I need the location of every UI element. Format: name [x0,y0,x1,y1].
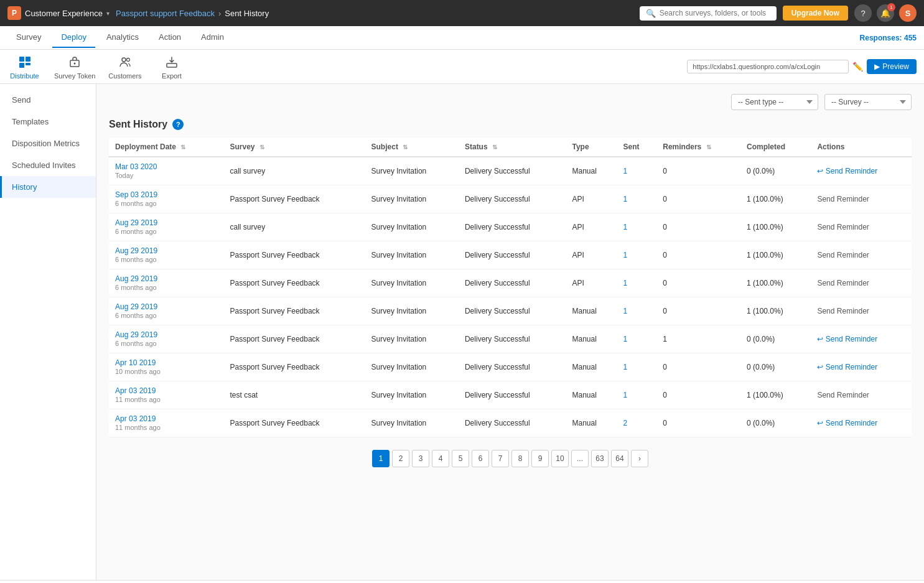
filters-row: -- Sent type -- Manual API -- Survey -- [109,94,912,110]
date-link-2[interactable]: Aug 29 2019 [115,218,218,227]
send-reminder-button-6[interactable]: ↩ Send Reminder [817,335,877,343]
cell-sent-5: 1 [617,297,657,325]
sidebar-item-history[interactable]: History [0,176,96,198]
date-link-0[interactable]: Mar 03 2020 [115,162,218,171]
cell-reminders-9: 0 [656,409,740,437]
page-btn-10[interactable]: 10 [551,450,569,467]
table-row: Sep 03 2019 6 months ago Passport Survey… [109,185,912,213]
cell-date-3: Aug 29 2019 6 months ago [109,241,224,269]
cell-completed-4: 1 (100.0%) [740,269,811,297]
page-btn-...[interactable]: ... [571,450,589,467]
cell-status-3: Delivery Successful [459,241,566,269]
sidebar-item-disposition-metrics[interactable]: Disposition Metrics [0,133,96,154]
brand-chevron-icon: ▾ [106,10,110,17]
search-input[interactable] [660,9,770,17]
brand-logo-area[interactable]: P Customer Experience ▾ [7,6,110,20]
cell-type-1: API [566,185,617,213]
subnav-row: Distribute Survey Token Customers [0,50,924,84]
date-link-5[interactable]: Aug 29 2019 [115,302,218,311]
send-reminder-button-0[interactable]: ↩ Send Reminder [817,167,877,175]
tab-survey[interactable]: Survey [7,27,50,48]
cell-completed-3: 1 (100.0%) [740,241,811,269]
cell-survey-4: Passport Survey Feedback [224,269,365,297]
footer: Choose your research sample in THREE eas… [0,580,924,583]
page-btn-4[interactable]: 4 [432,450,449,467]
date-link-7[interactable]: Apr 10 2019 [115,358,218,367]
tab-deploy[interactable]: Deploy [52,27,95,48]
cell-type-6: Manual [566,325,617,353]
cell-status-4: Delivery Successful [459,269,566,297]
sidebar-item-templates[interactable]: Templates [0,111,96,133]
date-link-1[interactable]: Sep 03 2019 [115,190,218,199]
tab-admin[interactable]: Admin [192,27,233,48]
cell-type-7: Manual [566,353,617,381]
cell-subject-5: Survey Invitation [365,297,459,325]
page-btn-6[interactable]: 6 [472,450,489,467]
url-input[interactable] [687,60,849,73]
col-subject[interactable]: Subject ⇅ [365,138,459,157]
date-ago-7: 10 months ago [115,368,161,375]
svg-point-6 [122,58,126,62]
sent-history-table: Deployment Date ⇅ Survey ⇅ Subject ⇅ Sta… [109,138,912,437]
upgrade-button[interactable]: Upgrade Now [783,6,848,21]
date-link-3[interactable]: Aug 29 2019 [115,246,218,255]
cell-survey-5: Passport Survey Feedback [224,297,365,325]
help-button[interactable]: ? [854,4,872,22]
subnav-survey-token[interactable]: Survey Token [54,54,95,80]
cell-completed-0: 0 (0.0%) [740,157,811,185]
cell-actions-3: Send Reminder [811,241,912,269]
notifications-button[interactable]: 🔔 1 [877,4,894,22]
sidebar-item-send[interactable]: Send [0,89,96,111]
brand-label: Customer Experience [25,9,103,18]
subnav-export[interactable]: Export [154,54,189,80]
tab-analytics[interactable]: Analytics [98,27,147,48]
page-btn-1[interactable]: 1 [372,450,390,467]
page-btn-7[interactable]: 7 [492,450,509,467]
col-actions: Actions [811,138,912,157]
preview-button[interactable]: ▶ Preview [867,59,917,74]
col-status[interactable]: Status ⇅ [459,138,566,157]
send-reminder-button-9[interactable]: ↩ Send Reminder [817,419,877,427]
page-btn-5[interactable]: 5 [452,450,469,467]
page-btn-63[interactable]: 63 [591,450,609,467]
date-link-8[interactable]: Apr 03 2019 [115,386,218,395]
date-link-9[interactable]: Apr 03 2019 [115,414,218,423]
survey-token-icon [66,54,83,71]
page-btn-9[interactable]: 9 [531,450,549,467]
page-btn-64[interactable]: 64 [611,450,628,467]
edit-url-button[interactable]: ✏️ [852,62,863,72]
date-link-4[interactable]: Aug 29 2019 [115,274,218,283]
cell-completed-6: 0 (0.0%) [740,325,811,353]
table-row: Apr 10 2019 10 months ago Passport Surve… [109,353,912,381]
table-row: Aug 29 2019 6 months ago Passport Survey… [109,269,912,297]
search-icon: 🔍 [646,9,656,18]
user-avatar-button[interactable]: S [899,4,917,22]
page-next-button[interactable]: › [631,450,648,467]
breadcrumb-link[interactable]: Passport support Feedback [116,9,215,18]
cell-sent-0: 1 [617,157,657,185]
url-bar: ✏️ ▶ Preview [687,59,917,74]
svg-rect-2 [19,63,24,68]
page-btn-8[interactable]: 8 [511,450,529,467]
subnav-customers[interactable]: Customers [108,54,142,80]
col-deployment-date[interactable]: Deployment Date ⇅ [109,138,224,157]
survey-filter[interactable]: -- Survey -- [824,94,912,110]
tab-action[interactable]: Action [150,27,190,48]
sent-type-filter[interactable]: -- Sent type -- Manual API [731,94,818,110]
svg-rect-1 [26,57,30,62]
cell-status-0: Delivery Successful [459,157,566,185]
sidebar-item-scheduled-invites[interactable]: Scheduled Invites [0,154,96,176]
page-btn-3[interactable]: 3 [412,450,429,467]
col-reminders[interactable]: Reminders ⇅ [656,138,740,157]
cell-survey-1: Passport Survey Feedback [224,185,365,213]
col-survey[interactable]: Survey ⇅ [224,138,365,157]
table-row: Aug 29 2019 6 months ago call survey Sur… [109,213,912,241]
pagination: 12345678910...6364› [109,450,912,473]
cell-type-9: Manual [566,409,617,437]
cell-reminders-1: 0 [656,185,740,213]
help-icon[interactable]: ? [172,119,184,130]
send-reminder-button-7[interactable]: ↩ Send Reminder [817,363,877,371]
date-link-6[interactable]: Aug 29 2019 [115,330,218,339]
subnav-distribute[interactable]: Distribute [7,54,42,80]
page-btn-2[interactable]: 2 [392,450,409,467]
